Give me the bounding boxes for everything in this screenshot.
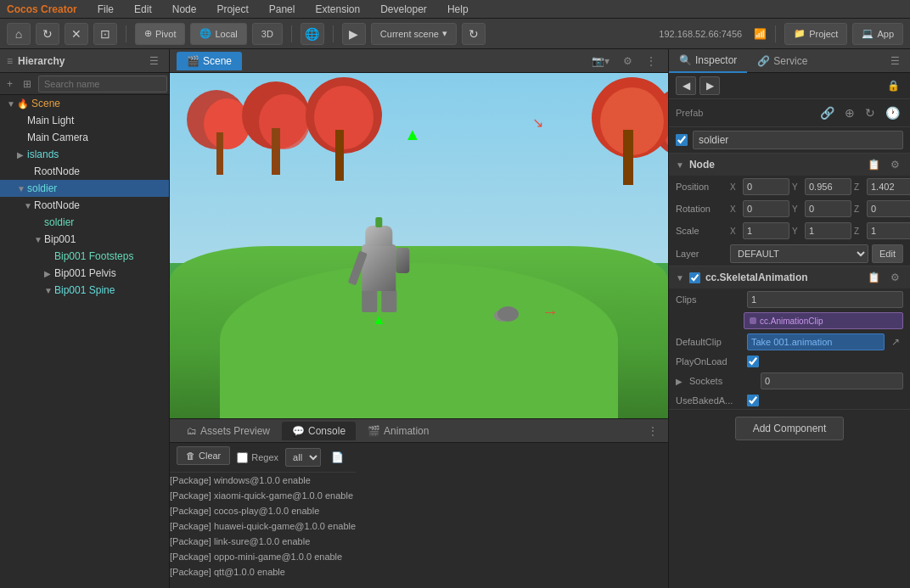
- log-line-2: [Package] cocos-play@1.0.0 enable: [170, 503, 356, 518]
- tree-item-bip001-footsteps[interactable]: Bip001 Footsteps: [0, 248, 169, 265]
- scene-gear-btn[interactable]: ⚙: [618, 53, 638, 69]
- animation-clip-ref[interactable]: cc.AnimationClip: [744, 312, 903, 329]
- menu-extension[interactable]: Extension: [312, 2, 363, 17]
- prefab-revert-btn[interactable]: ↻: [862, 104, 879, 121]
- use-baked-checkbox[interactable]: [747, 395, 759, 406]
- toolbar-fullscreen-btn[interactable]: ⊡: [93, 23, 117, 45]
- local-button[interactable]: 🌐 Local: [190, 23, 246, 45]
- hierarchy-search[interactable]: [38, 76, 167, 92]
- add-node-btn[interactable]: +: [3, 76, 16, 92]
- play-btn[interactable]: ▶: [342, 23, 366, 45]
- position-z[interactable]: [867, 178, 910, 195]
- inspector-menu-btn[interactable]: ☰: [887, 53, 903, 69]
- globe-btn[interactable]: 🌐: [301, 23, 324, 45]
- component-gear-btn[interactable]: ⚙: [887, 270, 903, 285]
- clear-button[interactable]: 🗑 Clear: [177, 446, 230, 465]
- sockets-input[interactable]: [761, 372, 903, 389]
- menu-node[interactable]: Node: [169, 2, 200, 17]
- inspector-tab[interactable]: 🔍 Inspector: [669, 49, 747, 73]
- scale-z[interactable]: [867, 222, 910, 239]
- component-enabled-checkbox[interactable]: [689, 272, 700, 283]
- toolbar-sep-2: [291, 25, 292, 42]
- node-name-input[interactable]: [693, 131, 903, 149]
- tree-item-scene[interactable]: ▼ 🔥 Scene: [0, 95, 169, 112]
- node-gear-btn[interactable]: ⚙: [887, 157, 903, 172]
- component-copy-btn[interactable]: 📋: [864, 270, 884, 285]
- node-label-soldier-child: soldier: [44, 216, 74, 228]
- hierarchy-header: ≡ Hierarchy ☰: [0, 49, 169, 73]
- menu-edit[interactable]: Edit: [131, 2, 155, 17]
- clip-pick-btn[interactable]: ↗: [888, 334, 903, 350]
- lock-btn[interactable]: 🔒: [884, 78, 903, 93]
- log-export-btn[interactable]: 📄: [328, 450, 347, 465]
- toolbar-refresh-btn[interactable]: ↻: [36, 23, 59, 45]
- prefab-apply-btn[interactable]: ⊕: [841, 104, 858, 121]
- service-tab[interactable]: 🔗 Service: [747, 49, 817, 73]
- scene-view[interactable]: ▲ → ▲ ↘: [170, 73, 668, 418]
- pos-y-label: Y: [792, 182, 802, 192]
- refresh-scene-btn[interactable]: ↻: [462, 23, 486, 45]
- scene-camera-btn[interactable]: 📷▾: [587, 53, 615, 69]
- nav-back-btn[interactable]: ◀: [676, 76, 696, 95]
- tab-animation[interactable]: 🎬 Animation: [357, 422, 439, 440]
- rotation-x[interactable]: [743, 200, 789, 217]
- scale-y[interactable]: [805, 222, 851, 239]
- arrow-scene: ▼: [7, 99, 17, 109]
- tree-item-bip001-spine[interactable]: ▼ Bip001 Spine: [0, 282, 169, 299]
- scene-selector[interactable]: Current scene ▾: [371, 23, 457, 45]
- app-btn[interactable]: 💻 App: [852, 23, 903, 45]
- tree-item-main-light[interactable]: Main Light: [0, 112, 169, 129]
- prefab-unlink-btn[interactable]: 🕐: [882, 104, 903, 121]
- clips-input[interactable]: [747, 291, 903, 308]
- scene-tab[interactable]: 🎬 Scene: [177, 52, 242, 70]
- component-arrow: ▼: [676, 273, 684, 283]
- add-component-button[interactable]: Add Component: [735, 417, 845, 440]
- bottom-overflow-btn[interactable]: ⋮: [644, 423, 661, 439]
- layer-label: Layer: [676, 249, 727, 259]
- rotation-y[interactable]: [805, 200, 851, 217]
- menu-project[interactable]: Project: [213, 2, 251, 17]
- layer-edit-btn[interactable]: Edit: [872, 244, 903, 263]
- scene-overflow-btn[interactable]: ⋮: [641, 53, 661, 69]
- node-enabled-checkbox[interactable]: [676, 134, 688, 146]
- pivot-button[interactable]: ⊕ Pivot: [135, 23, 185, 45]
- top-arrow: ↘: [532, 115, 543, 131]
- menu-developer[interactable]: Developer: [377, 2, 430, 17]
- tree-item-bip001[interactable]: ▼ Bip001: [0, 231, 169, 248]
- menu-bar: Cocos Creator File Edit Node Project Pan…: [0, 0, 910, 19]
- tree-item-bip001-pelvis[interactable]: ▶ Bip001 Pelvis: [0, 265, 169, 282]
- position-x[interactable]: [743, 178, 789, 195]
- toolbar-close-btn[interactable]: ✕: [65, 23, 88, 45]
- layer-select[interactable]: DEFAULT: [730, 244, 868, 263]
- menu-panel[interactable]: Panel: [266, 2, 299, 17]
- scale-x[interactable]: [743, 222, 789, 239]
- menu-help[interactable]: Help: [444, 2, 472, 17]
- tree-item-soldier-child[interactable]: soldier: [0, 214, 169, 231]
- tab-assets-preview[interactable]: 🗂 Assets Preview: [177, 422, 280, 440]
- default-clip-input[interactable]: [747, 333, 885, 350]
- toolbar-home-btn[interactable]: ⌂: [7, 23, 31, 45]
- ip-address: 192.168.52.66:7456: [659, 29, 742, 39]
- log-level-select[interactable]: all: [285, 448, 321, 467]
- node-copy-btn[interactable]: 📋: [864, 157, 884, 172]
- 3d-button[interactable]: 3D: [252, 23, 283, 45]
- tree-item-main-camera[interactable]: Main Camera: [0, 129, 169, 146]
- tree-item-islands[interactable]: ▶ islands: [0, 146, 169, 163]
- prefab-link-btn[interactable]: 🔗: [817, 104, 838, 121]
- app-icon: 💻: [862, 28, 873, 39]
- menu-file[interactable]: File: [94, 2, 117, 17]
- tree-item-rootnode-soldier[interactable]: ▼ RootNode: [0, 197, 169, 214]
- rotation-z[interactable]: [867, 200, 910, 217]
- regex-checkbox[interactable]: [237, 452, 248, 463]
- tab-console[interactable]: 💬 Console: [282, 422, 356, 440]
- sort-btn[interactable]: ⊞: [20, 76, 35, 92]
- clips-label: Clips: [676, 294, 744, 305]
- tree-item-rootnode-islands[interactable]: RootNode: [0, 163, 169, 180]
- nav-forward-btn[interactable]: ▶: [699, 76, 720, 95]
- position-y[interactable]: [805, 178, 851, 195]
- tree-item-soldier[interactable]: ▼ soldier: [0, 180, 169, 197]
- project-btn[interactable]: 📁 Project: [784, 23, 847, 45]
- hierarchy-menu-btn[interactable]: ☰: [146, 53, 162, 69]
- assets-preview-icon: 🗂: [187, 425, 197, 437]
- play-on-load-checkbox[interactable]: [747, 356, 759, 367]
